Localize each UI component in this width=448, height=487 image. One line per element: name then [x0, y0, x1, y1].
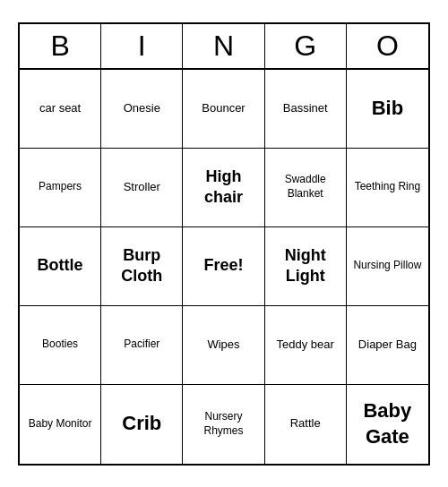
bingo-cell: Rattle	[265, 385, 347, 464]
header-letter: O	[347, 24, 428, 68]
header-letter: B	[20, 24, 101, 68]
bingo-cell: Pacifier	[101, 306, 183, 385]
bingo-cell: Teddy bear	[265, 306, 347, 385]
header-letter: G	[265, 24, 347, 68]
bingo-cell: Bottle	[20, 227, 101, 306]
bingo-cell: Free!	[183, 227, 264, 306]
bingo-cell: Night Light	[265, 227, 347, 306]
bingo-cell: Burp Cloth	[101, 227, 183, 306]
bingo-cell: Bouncer	[183, 70, 264, 149]
bingo-cell: Baby Monitor	[20, 385, 101, 464]
bingo-cell: Swaddle Blanket	[265, 149, 347, 227]
bingo-cell: Stroller	[101, 149, 183, 227]
bingo-cell: Nursery Rhymes	[183, 385, 264, 464]
bingo-cell: car seat	[20, 70, 101, 149]
bingo-cell: Diaper Bag	[347, 306, 428, 385]
bingo-cell: Wipes	[183, 306, 264, 385]
bingo-cell: Teething Ring	[347, 149, 428, 227]
bingo-header: BINGO	[20, 24, 428, 70]
header-letter: I	[101, 24, 183, 68]
bingo-cell: Nursing Pillow	[347, 227, 428, 306]
bingo-cell: Pampers	[20, 149, 101, 227]
bingo-cell: Bib	[347, 70, 428, 149]
bingo-cell: High chair	[183, 149, 264, 227]
bingo-cell: Baby Gate	[347, 385, 428, 464]
bingo-cell: Bassinet	[265, 70, 347, 149]
bingo-grid: car seatOnesieBouncerBassinetBibPampersS…	[20, 70, 428, 464]
bingo-cell: Booties	[20, 306, 101, 385]
bingo-cell: Crib	[101, 385, 183, 464]
bingo-card: BINGO car seatOnesieBouncerBassinetBibPa…	[18, 22, 430, 466]
header-letter: N	[183, 24, 264, 68]
bingo-cell: Onesie	[101, 70, 183, 149]
